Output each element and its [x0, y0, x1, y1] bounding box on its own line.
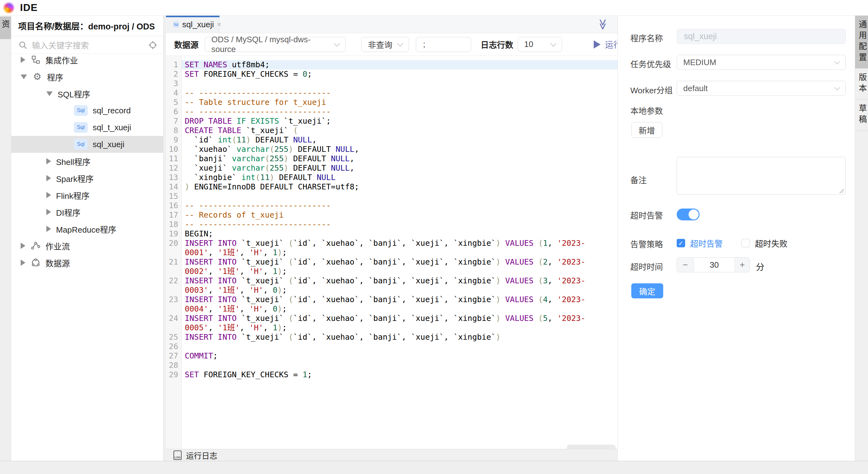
- timeout-alarm-toggle[interactable]: [677, 209, 700, 220]
- caret-right-icon[interactable]: [21, 57, 25, 63]
- code-line[interactable]: 21INSERT INTO `t_xueji` (`id`, `xuehao`,…: [166, 257, 618, 276]
- code-line[interactable]: 5-- Table structure for t_xueji: [166, 98, 618, 107]
- code-line[interactable]: 24INSERT INTO `t_xueji` (`id`, `xuehao`,…: [166, 314, 618, 333]
- code-line[interactable]: 19BEGIN;: [166, 229, 618, 239]
- worker-group-select[interactable]: default: [677, 81, 846, 96]
- stepper-minus-button[interactable]: −: [677, 258, 694, 272]
- code-text: SET FOREIGN_KEY_CHECKS = 0;: [182, 69, 587, 79]
- sidebar-item-作业流[interactable]: 作业流: [11, 237, 163, 254]
- log-file-icon: LOG: [174, 450, 182, 460]
- caret-right-icon[interactable]: [46, 175, 51, 181]
- sidebar-item-di程序[interactable]: DI程序: [11, 203, 163, 220]
- sidebar-item-flink程序[interactable]: Flink程序: [11, 187, 163, 203]
- code-line[interactable]: 28: [166, 361, 618, 370]
- code-text: `id` int(11) DEFAULT NULL,: [182, 135, 587, 145]
- line-number: 13: [166, 173, 182, 182]
- tab-sql-xueji[interactable]: Sql sql_xueji ×: [166, 15, 219, 33]
- strategy-option-label[interactable]: 超时失败: [755, 237, 787, 249]
- log-lines-select[interactable]: 10: [518, 37, 562, 52]
- code-line[interactable]: 1SET NAMES utf8mb4;: [166, 60, 618, 69]
- project-datalayer-title: 项目名称/数据层：demo-proj / ODS: [11, 15, 163, 36]
- priority-label: 任务优先级: [630, 58, 671, 69]
- caret-right-icon[interactable]: [21, 243, 25, 249]
- run-log-bar[interactable]: LOG 运行日志: [166, 449, 618, 461]
- program-name-input[interactable]: sql_xueji: [677, 29, 846, 44]
- locate-icon[interactable]: [148, 40, 157, 50]
- code-line[interactable]: 18-- ----------------------------: [166, 220, 618, 229]
- sidebar-item-数据源[interactable]: 数据源: [11, 254, 163, 271]
- sql-code-editor[interactable]: 1SET NAMES utf8mb4;2SET FOREIGN_KEY_CHEC…: [166, 56, 618, 449]
- code-line[interactable]: 8CREATE TABLE `t_xueji` (: [166, 126, 618, 135]
- sidebar-item-sql程序[interactable]: SQL程序: [11, 85, 163, 102]
- line-number: 6: [166, 107, 182, 117]
- caret-right-icon[interactable]: [46, 226, 51, 232]
- tree-item-label: DI程序: [56, 206, 81, 218]
- caret-down-icon[interactable]: [21, 74, 27, 79]
- line-number: 15: [166, 192, 182, 201]
- right-strip-tab-版本[interactable]: 版本: [855, 69, 868, 100]
- collapse-panel-icon[interactable]: ≫: [597, 19, 609, 30]
- code-line[interactable]: 29SET FOREIGN_KEY_CHECKS = 1;: [166, 370, 618, 379]
- strategy-option-label[interactable]: 超时告警: [690, 237, 723, 249]
- code-line[interactable]: 7DROP TABLE IF EXISTS `t_xueji`;: [166, 117, 618, 126]
- resize-handle-icon[interactable]: [839, 189, 844, 193]
- right-tab-strip: 通用配置版本草稿: [855, 15, 868, 461]
- caret-right-icon[interactable]: [46, 209, 51, 215]
- sidebar-item-sql-xueji[interactable]: Sqlsql_xueji: [11, 136, 163, 153]
- code-line[interactable]: 26: [166, 342, 618, 351]
- code-line[interactable]: 13 `xingbie` int(11) DEFAULT NULL: [166, 173, 618, 182]
- timeout-value[interactable]: 30: [694, 258, 735, 272]
- integration-icon: [30, 55, 41, 65]
- stepper-plus-button[interactable]: +: [735, 258, 750, 272]
- datasource-select[interactable]: ODS / MySQL / mysql-dws-source: [205, 37, 346, 52]
- code-line[interactable]: 22INSERT INTO `t_xueji` (`id`, `xuehao`,…: [166, 276, 618, 295]
- priority-select[interactable]: MEDIUM: [677, 55, 846, 70]
- sidebar-item-sql-t-xueji[interactable]: Sqlsql_t_xueji: [11, 119, 163, 136]
- sidebar-item-mapreduce程序[interactable]: MapReduce程序: [11, 220, 163, 237]
- code-line[interactable]: 4-- ----------------------------: [166, 88, 618, 98]
- code-line[interactable]: 10 `xuehao` varchar(255) DEFAULT NULL,: [166, 145, 618, 154]
- checkbox-checked-icon[interactable]: ✓: [677, 239, 685, 247]
- code-line[interactable]: 17-- Records of t_xueji: [166, 211, 618, 220]
- checkbox-unchecked-icon[interactable]: [742, 239, 750, 247]
- code-line[interactable]: 27COMMIT;: [166, 351, 618, 361]
- code-line[interactable]: 9 `id` int(11) DEFAULT NULL,: [166, 135, 618, 145]
- sidebar-item-程序[interactable]: ⚙程序: [11, 68, 163, 85]
- chevron-down-icon: [334, 40, 340, 46]
- sql-badge-icon: Sql: [74, 139, 88, 150]
- code-line[interactable]: 25INSERT INTO `t_xueji` (`id`, `xuehao`,…: [166, 333, 618, 342]
- statement-separator-input[interactable]: ;: [416, 37, 471, 52]
- caret-right-icon[interactable]: [46, 158, 51, 164]
- sidebar-item-shell程序[interactable]: Shell程序: [11, 153, 163, 170]
- right-strip-tab-草稿[interactable]: 草稿: [855, 100, 868, 131]
- line-number: 16: [166, 201, 182, 211]
- code-line[interactable]: 6-- ----------------------------: [166, 107, 618, 117]
- run-button[interactable]: 运行: [594, 38, 618, 51]
- code-line[interactable]: 14) ENGINE=InnoDB DEFAULT CHARSET=utf8;: [166, 182, 618, 192]
- code-line[interactable]: 23INSERT INTO `t_xueji` (`id`, `xuehao`,…: [166, 295, 618, 314]
- code-text: DROP TABLE IF EXISTS `t_xueji`;: [182, 117, 587, 126]
- tab-close-icon[interactable]: ×: [217, 20, 221, 29]
- code-line[interactable]: 15: [166, 192, 618, 201]
- remark-textarea[interactable]: [677, 157, 846, 195]
- caret-right-icon[interactable]: [46, 192, 51, 198]
- resources-tab[interactable]: 资源: [0, 17, 11, 39]
- query-type-select[interactable]: 非查询: [361, 37, 409, 52]
- code-line[interactable]: 20INSERT INTO `t_xueji` (`id`, `xuehao`,…: [166, 239, 618, 257]
- caret-right-icon[interactable]: [21, 259, 25, 266]
- add-param-button[interactable]: 新增: [631, 122, 662, 138]
- right-strip-tab-通用配置[interactable]: 通用配置: [855, 15, 868, 69]
- code-line[interactable]: 3: [166, 79, 618, 88]
- code-line[interactable]: 16-- ----------------------------: [166, 201, 618, 211]
- sidebar-item-集成作业[interactable]: 集成作业: [11, 51, 163, 68]
- sidebar-item-sql-record[interactable]: Sqlsql_record: [11, 102, 163, 119]
- code-line[interactable]: 11 `banji` varchar(255) DEFAULT NULL,: [166, 154, 618, 163]
- confirm-button[interactable]: 确定: [631, 283, 663, 298]
- sidebar-item-spark程序[interactable]: Spark程序: [11, 170, 163, 187]
- editor-scroll-pill[interactable]: [567, 445, 616, 449]
- code-line[interactable]: 2SET FOREIGN_KEY_CHECKS = 0;: [166, 69, 618, 79]
- code-line[interactable]: 12 `xueji` varchar(255) DEFAULT NULL,: [166, 163, 618, 173]
- app-title: IDE: [20, 2, 38, 13]
- search-input[interactable]: 输入关键字搜索: [32, 39, 148, 51]
- caret-down-icon[interactable]: [46, 91, 53, 96]
